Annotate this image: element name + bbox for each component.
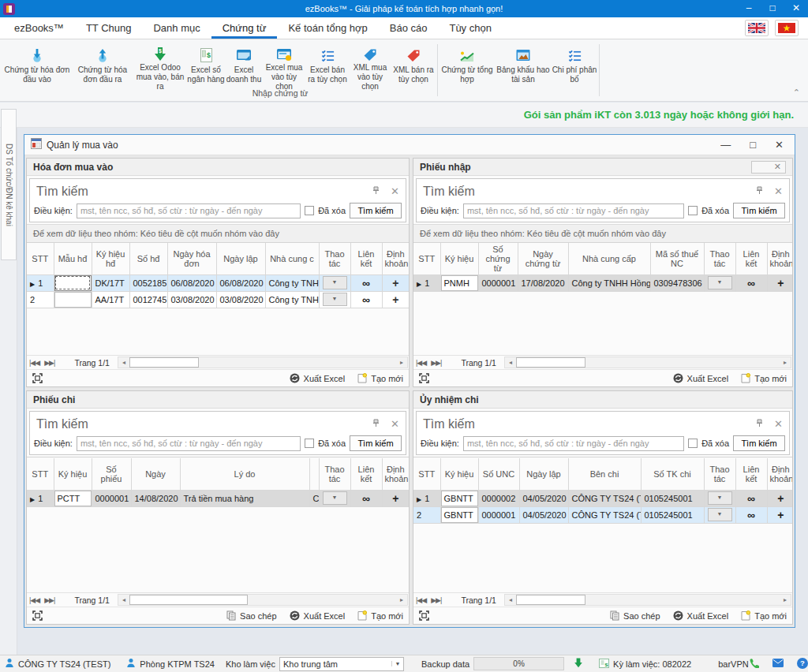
warehouse-select[interactable]: Kho trung tâm ▼ bbox=[279, 657, 404, 671]
create-new-button[interactable]: Tạo mới bbox=[357, 373, 403, 383]
scroll-left-icon[interactable]: ◂ bbox=[118, 595, 129, 605]
scroll-left-icon[interactable]: ◂ bbox=[118, 357, 129, 368]
column-header[interactable]: STT bbox=[413, 458, 440, 490]
toolbar-chi-phi-phan-bo[interactable]: Chi phí phân bố bbox=[552, 43, 597, 91]
horizontal-scrollbar[interactable]: ◂ ▸ bbox=[504, 594, 791, 606]
column-header[interactable]: Định khoản bbox=[767, 243, 792, 274]
toolbar-chung-tu-hoa-don-dau-ra[interactable]: Chứng từ hóa đơn đầu ra bbox=[71, 43, 134, 91]
link-icon[interactable]: ∞ bbox=[747, 492, 755, 505]
column-header[interactable]: Ký hiệu bbox=[440, 243, 478, 274]
first-page-icon[interactable]: |◀◀ bbox=[27, 359, 42, 367]
table-row[interactable]: 2 AA/17T 0012745 03/08/2020 03/08/2020 C… bbox=[27, 291, 409, 308]
phone-icon[interactable] bbox=[749, 658, 759, 670]
horizontal-scrollbar[interactable]: ◂ ▸ bbox=[118, 357, 408, 368]
scroll-right-icon[interactable]: ▸ bbox=[396, 595, 407, 605]
export-excel-button[interactable]: Xuất Excel bbox=[673, 610, 729, 621]
first-page-icon[interactable]: |◀◀ bbox=[413, 596, 428, 604]
column-header[interactable]: Số chứng từ bbox=[478, 243, 518, 274]
toolbar-excel-mua-vao-tuy-chon[interactable]: Excel mua vào tùy chọn bbox=[262, 43, 306, 91]
create-new-button[interactable]: Tạo mới bbox=[741, 610, 787, 621]
column-header[interactable]: Ký hiệu bbox=[54, 458, 92, 490]
column-header[interactable]: STT bbox=[27, 458, 54, 490]
action-dropdown[interactable]: ▼ bbox=[323, 293, 347, 306]
menu-tuy-chon[interactable]: Tùy chọn bbox=[438, 17, 502, 39]
last-page-icon[interactable]: ▶▶| bbox=[428, 596, 443, 604]
create-new-button[interactable]: Tạo mới bbox=[741, 373, 787, 383]
add-entry-icon[interactable]: + bbox=[777, 277, 784, 289]
last-page-icon[interactable]: ▶▶| bbox=[42, 359, 57, 367]
link-icon[interactable]: ∞ bbox=[362, 293, 370, 306]
scroll-left-icon[interactable]: ◂ bbox=[505, 357, 516, 368]
mau-hd-editor[interactable] bbox=[54, 274, 92, 291]
toolbar-xml-ban-ra-tuy-chon[interactable]: XML bán ra tùy chọn bbox=[391, 43, 436, 91]
deleted-checkbox[interactable] bbox=[688, 439, 698, 448]
window-titlebar[interactable]: Quản lý mua vào — □ ✕ bbox=[24, 135, 795, 155]
column-header[interactable]: Định khoản bbox=[767, 458, 792, 490]
column-header[interactable]: Thao tác bbox=[704, 458, 735, 490]
search-close-icon[interactable]: ✕ bbox=[391, 418, 399, 430]
deleted-checkbox[interactable] bbox=[305, 206, 314, 215]
link-icon[interactable]: ∞ bbox=[747, 509, 755, 521]
column-header[interactable]: Định khoản bbox=[382, 458, 409, 490]
pin-icon[interactable] bbox=[756, 186, 763, 197]
create-new-button[interactable]: Tạo mới bbox=[357, 610, 403, 621]
action-dropdown[interactable]: ▼ bbox=[708, 276, 732, 289]
window-minimize-icon[interactable]: — bbox=[720, 140, 731, 151]
last-page-icon[interactable]: ▶▶| bbox=[42, 596, 57, 604]
link-icon[interactable]: ∞ bbox=[362, 277, 370, 289]
last-page-icon[interactable]: ▶▶| bbox=[428, 359, 443, 367]
add-entry-icon[interactable]: + bbox=[777, 492, 784, 505]
scroll-right-icon[interactable]: ▸ bbox=[780, 357, 791, 368]
column-header[interactable]: Lý do bbox=[180, 458, 309, 490]
action-dropdown[interactable]: ▼ bbox=[708, 508, 732, 521]
search-button[interactable]: Tìm kiếm bbox=[733, 203, 785, 218]
expand-icon[interactable] bbox=[32, 610, 43, 621]
menu-danh-muc[interactable]: Danh mục bbox=[142, 17, 211, 39]
mail-icon[interactable] bbox=[772, 659, 784, 669]
search-button[interactable]: Tìm kiếm bbox=[350, 203, 402, 218]
add-entry-icon[interactable]: + bbox=[392, 277, 398, 289]
download-green-icon[interactable] bbox=[574, 658, 583, 670]
column-header[interactable]: Số TK chi bbox=[641, 458, 704, 490]
copy-button[interactable]: Sao chép bbox=[226, 610, 276, 621]
window-close-icon[interactable]: ✕ bbox=[775, 140, 784, 151]
toolbar-excel-doanh-thu[interactable]: Excel doanh thu bbox=[226, 43, 262, 91]
vietnamese-flag-button[interactable] bbox=[775, 20, 799, 36]
deleted-checkbox[interactable] bbox=[305, 439, 314, 448]
column-header[interactable]: Nhà cung c bbox=[265, 243, 319, 274]
app-maximize-icon[interactable]: □ bbox=[761, 0, 784, 17]
toolbar-excel-ban-ra-tuy-chon[interactable]: Excel bán ra tùy chọn bbox=[306, 43, 349, 91]
search-button[interactable]: Tìm kiếm bbox=[350, 435, 402, 451]
pin-icon[interactable] bbox=[372, 186, 380, 197]
toolbar-bang-khau-hao-tai-san[interactable]: Bảng khấu hao tài sản bbox=[495, 43, 552, 91]
column-header[interactable]: Số UNC bbox=[478, 458, 519, 490]
english-flag-button[interactable] bbox=[745, 20, 769, 36]
column-header[interactable]: Số phiếu bbox=[92, 458, 131, 490]
scroll-left-icon[interactable]: ◂ bbox=[505, 595, 516, 605]
action-dropdown[interactable]: ▼ bbox=[708, 491, 732, 505]
column-header[interactable]: Liên kết bbox=[735, 458, 767, 490]
copy-button[interactable]: Sao chép bbox=[610, 610, 660, 621]
search-close-icon[interactable]: ✕ bbox=[391, 185, 399, 197]
column-header[interactable]: Liên kết bbox=[350, 243, 382, 274]
column-header[interactable]: Liên kết bbox=[735, 243, 767, 274]
search-button[interactable]: Tìm kiếm bbox=[733, 435, 785, 451]
toolbar-chung-tu-tong-hop[interactable]: Chứng từ tổng hợp bbox=[440, 43, 495, 91]
ky-hieu-editor[interactable]: GBNTT bbox=[440, 490, 478, 506]
menu-ke-toan-tong-hop[interactable]: Kế toán tổng hợp bbox=[277, 17, 378, 39]
action-dropdown[interactable]: ▼ bbox=[323, 276, 347, 289]
toolbar-xml-mua-vao-tuy-chon[interactable]: XML mua vào tùy chọn bbox=[349, 43, 391, 91]
app-close-icon[interactable]: ✕ bbox=[784, 0, 808, 17]
column-header[interactable]: STT bbox=[413, 243, 440, 274]
scrollbar-thumb[interactable] bbox=[129, 595, 248, 605]
column-header[interactable]: Ngày bbox=[131, 458, 180, 490]
ribbon-collapse-icon[interactable]: ⌃ bbox=[793, 88, 800, 98]
ky-hieu-editor[interactable]: PCTT bbox=[54, 490, 92, 506]
column-header[interactable]: Ngày chứng từ bbox=[518, 243, 568, 274]
window-maximize-icon[interactable]: □ bbox=[750, 140, 756, 151]
mau-hd-editor[interactable] bbox=[54, 291, 92, 308]
add-entry-icon[interactable]: + bbox=[392, 492, 398, 505]
column-header[interactable]: Ngày hóa đơn bbox=[167, 243, 216, 274]
pin-icon[interactable] bbox=[756, 419, 763, 430]
export-excel-button[interactable]: Xuất Excel bbox=[290, 610, 346, 621]
